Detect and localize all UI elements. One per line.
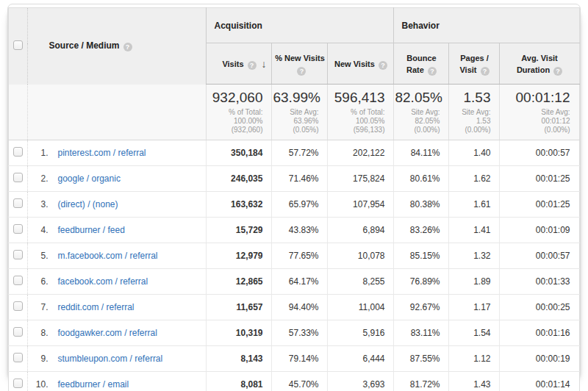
new-visits-pct-cell: 71.46% xyxy=(272,166,328,192)
totals-visits: 932,060 % of Total: 100.00% (932,060) xyxy=(207,85,272,140)
row-index: 7. xyxy=(29,302,48,312)
row-index: 2. xyxy=(29,173,48,184)
totals-avg-duration-sub-label: Site Avg: xyxy=(501,108,570,117)
help-icon[interactable]: ? xyxy=(123,43,132,51)
source-medium-link[interactable]: feedburner / email xyxy=(57,379,129,390)
row-checkbox[interactable] xyxy=(13,301,23,311)
source-medium-link[interactable]: feedburner / feed xyxy=(57,225,124,235)
row-checkbox[interactable] xyxy=(13,147,23,157)
row-index: 8. xyxy=(29,328,48,338)
row-index: 4. xyxy=(29,225,48,235)
source-cell: 5.m.facebook.com / referral xyxy=(28,243,207,269)
source-cell: 3.(direct) / (none) xyxy=(28,192,207,218)
table-row: 1.pinterest.com / referral 350,184 57.72… xyxy=(9,140,579,166)
behavior-section-header: Behavior xyxy=(394,8,579,43)
totals-new-visits-pct-sub-pct: 63.96% xyxy=(273,117,318,126)
new-visits-cell: 6,894 xyxy=(328,218,394,243)
visits-cell: 12,865 xyxy=(207,269,272,295)
pages-visit-cell: 1.61 xyxy=(449,192,500,218)
new-visits-pct-cell: 43.83% xyxy=(272,218,328,243)
row-checkbox[interactable] xyxy=(13,379,23,388)
source-medium-link[interactable]: (direct) / (none) xyxy=(57,199,118,209)
pages-visit-cell: 1.62 xyxy=(449,166,500,192)
row-checkbox-cell xyxy=(9,269,28,295)
totals-new-visits-pct-sub-abs: (0.05%) xyxy=(273,126,318,134)
row-checkbox-cell xyxy=(9,192,28,218)
source-medium-header-label: Source / Medium xyxy=(49,40,119,51)
section-header-row: Source / Medium? Acquisition Behavior xyxy=(9,8,579,43)
source-cell: 4.feedburner / feed xyxy=(28,218,207,243)
bounce-rate-cell: 85.15% xyxy=(394,243,449,269)
source-medium-link[interactable]: stumbleupon.com / referral xyxy=(57,354,162,364)
row-index: 10. xyxy=(29,379,48,390)
avg-duration-cell: 00:01:16 xyxy=(500,320,579,346)
totals-avg-duration-value: 00:01:12 xyxy=(501,90,570,106)
bounce-rate-column-header[interactable]: Bounce Rate? xyxy=(394,43,449,85)
pages-visit-column-header[interactable]: Pages / Visit? xyxy=(449,43,500,85)
row-checkbox[interactable] xyxy=(13,327,23,337)
totals-pages-visit-sub-pct: 1.53 xyxy=(450,117,490,126)
new-visits-column-header[interactable]: New Visits? xyxy=(328,43,394,85)
totals-avg-duration-sub-abs: (0.00%) xyxy=(501,126,570,134)
row-checkbox[interactable] xyxy=(13,250,23,259)
source-medium-link[interactable]: pinterest.com / referral xyxy=(57,148,146,158)
sort-desc-icon: ↓ xyxy=(261,57,266,69)
new-visits-pct-column-header[interactable]: % New Visits? xyxy=(272,43,328,85)
totals-visits-sub-abs: (932,060) xyxy=(207,126,262,134)
table-row: 4.feedburner / feed 15,729 43.83% 6,894 … xyxy=(9,218,579,243)
source-medium-link[interactable]: foodgawker.com / referral xyxy=(57,328,157,338)
row-index: 1. xyxy=(29,148,48,158)
select-all-checkbox[interactable] xyxy=(13,40,23,50)
acquisition-section-header: Acquisition xyxy=(207,8,394,43)
row-checkbox-cell xyxy=(9,140,28,166)
help-icon[interactable]: ? xyxy=(379,61,387,70)
visits-cell: 12,979 xyxy=(207,243,272,269)
visits-column-header[interactable]: Visits? ↓ xyxy=(207,43,272,85)
row-index: 9. xyxy=(29,354,48,364)
totals-new-visits-sub-abs: (596,133) xyxy=(329,126,384,134)
row-index: 5. xyxy=(29,251,48,261)
avg-duration-cell: 00:01:33 xyxy=(500,269,579,295)
new-visits-cell: 3,693 xyxy=(328,372,394,391)
row-checkbox[interactable] xyxy=(13,353,23,362)
help-icon[interactable]: ? xyxy=(248,61,257,70)
new-visits-pct-cell: 57.72% xyxy=(272,140,328,166)
new-visits-pct-cell: 57.33% xyxy=(272,320,328,346)
new-visits-cell: 5,916 xyxy=(328,320,394,346)
bounce-rate-cell: 87.55% xyxy=(394,346,449,372)
visits-header-label: Visits xyxy=(222,60,243,68)
pages-visit-cell: 1.54 xyxy=(449,320,500,346)
pages-visit-cell: 1.17 xyxy=(449,295,500,320)
row-checkbox[interactable] xyxy=(13,276,23,285)
new-visits-pct-cell: 64.17% xyxy=(272,269,328,295)
source-cell: 10.feedburner / email xyxy=(28,372,207,391)
source-medium-link[interactable]: m.facebook.com / referral xyxy=(57,251,157,261)
row-checkbox[interactable] xyxy=(13,173,23,182)
new-visits-cell: 202,122 xyxy=(328,140,394,166)
row-checkbox[interactable] xyxy=(13,198,23,208)
avg-duration-cell: 00:00:57 xyxy=(500,243,579,269)
help-icon[interactable]: ? xyxy=(428,67,437,76)
select-all-cell xyxy=(9,8,28,85)
source-medium-link[interactable]: facebook.com / referral xyxy=(57,276,148,287)
avg-duration-header-label: Avg. Visit Duration xyxy=(517,54,558,74)
row-index: 3. xyxy=(29,199,48,209)
source-medium-report-table: Source / Medium? Acquisition Behavior Vi… xyxy=(8,7,579,391)
row-checkbox[interactable] xyxy=(13,224,23,234)
source-medium-link[interactable]: google / organic xyxy=(57,173,120,184)
totals-bounce-rate: 82.05% Site Avg: 82.05% (0.00%) xyxy=(394,85,449,140)
new-visits-cell: 8,255 xyxy=(328,269,394,295)
avg-duration-column-header[interactable]: Avg. Visit Duration? xyxy=(500,43,579,85)
help-icon[interactable]: ? xyxy=(553,67,562,76)
help-icon[interactable]: ? xyxy=(297,67,306,76)
help-icon[interactable]: ? xyxy=(481,67,490,76)
source-medium-link[interactable]: reddit.com / referral xyxy=(57,302,134,312)
source-medium-column-header[interactable]: Source / Medium? xyxy=(28,8,207,85)
row-checkbox-cell xyxy=(9,243,28,269)
source-cell: 2.google / organic xyxy=(28,166,207,192)
bounce-rate-cell: 84.11% xyxy=(394,140,449,166)
bounce-rate-cell: 83.26% xyxy=(394,218,449,243)
avg-duration-cell: 00:01:14 xyxy=(500,372,579,391)
totals-checkbox-cell xyxy=(9,85,28,140)
totals-new-visits-sub-label: % of Total: xyxy=(329,108,384,117)
